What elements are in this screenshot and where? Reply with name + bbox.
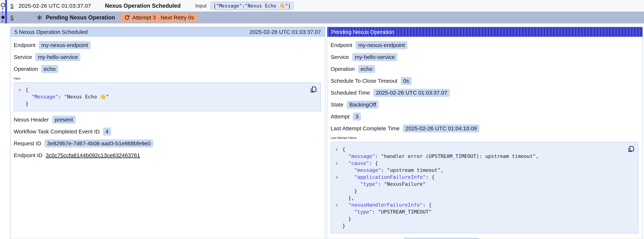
- json-key: "message": [348, 153, 375, 159]
- field-value-badge: echo: [358, 65, 375, 73]
- field-value-badge: 0s: [401, 77, 412, 85]
- event-row-nexus-operation-scheduled[interactable]: 5 2025-02-26 UTC 01:03:37.07 Nexus Opera…: [0, 0, 644, 12]
- json-text: : "UPSTREAM_TIMEOUT": [372, 209, 432, 215]
- code-line: }: [331, 188, 625, 194]
- field-label: Request ID: [14, 140, 41, 146]
- field-label: Service: [14, 54, 32, 60]
- timeline-node-open-icon: [1, 3, 5, 7]
- field-value-badge: 2025-02-26 UTC 01:03:37.07: [373, 89, 450, 97]
- json-key: "cause": [348, 160, 369, 166]
- field-label: Workflow Task Completed Event ID: [14, 128, 100, 135]
- scheduled-panel-header: 5 Nexus Operation Scheduled 2025-02-26 U…: [10, 27, 325, 37]
- code-line: ∨"nexusHandlerFailureInfo": {: [331, 202, 625, 208]
- field-row-schedule-to-close-timeout: Schedule To Close Timeout0s: [330, 77, 638, 85]
- copy-button[interactable]: [309, 85, 318, 94]
- json-text: }: [348, 216, 351, 222]
- code-line-content: }: [342, 188, 357, 194]
- scheduled-panel-title: 5 Nexus Operation Scheduled: [14, 29, 88, 35]
- field-label: Scheduled Time: [330, 90, 370, 96]
- code-line-content: "message": "upstream timeout",: [342, 167, 444, 174]
- event-id-link[interactable]: 5: [10, 3, 14, 9]
- field-row-operation: Operationecho: [330, 65, 638, 73]
- field-value-badge: 3: [353, 112, 361, 120]
- field-value-badge: present: [52, 116, 76, 124]
- field-value-badge: BackingOff: [347, 101, 378, 109]
- collapse-chevron-icon[interactable]: ∨: [331, 146, 342, 153]
- field-value-badge: 3e829b7e-7d67-4b08-aad3-b1e868bfe9e0: [44, 140, 153, 148]
- code-line-content: "cause": {: [342, 160, 378, 167]
- code-gutter: [331, 153, 342, 160]
- collapse-chevron-icon[interactable]: ∨: [331, 174, 342, 180]
- field-row-operation: Operationecho: [14, 65, 321, 73]
- detail-panels: 5 Nexus Operation Scheduled 2025-02-26 U…: [0, 27, 644, 239]
- json-text: : {: [369, 160, 378, 166]
- pending-id-link[interactable]: 5: [10, 14, 14, 21]
- json-text: }: [354, 188, 357, 194]
- pending-panel-header: Pending Nexus Operation: [327, 27, 642, 37]
- scheduled-event-panel: 5 Nexus Operation Scheduled 2025-02-26 U…: [10, 27, 325, 239]
- field-value-badge: 2025-02-26 UTC 01:04:13.93: [403, 238, 480, 239]
- field-label: State: [330, 102, 344, 108]
- field-label: Last Attempt Failure: [330, 136, 638, 140]
- code-line: "type": "UPSTREAM_TIMEOUT": [331, 208, 625, 216]
- pending-operation-panel: Pending Nexus Operation Endpointmy-nexus…: [327, 27, 643, 239]
- json-key: "applicationFailureInfo": [354, 174, 426, 180]
- field-label: Attempt: [330, 114, 350, 120]
- field-row-service: Servicemy-hello-service: [14, 53, 321, 61]
- copy-button[interactable]: [627, 145, 635, 153]
- json-text: }: [342, 223, 345, 228]
- scheduled-panel-timestamp: 2025-02-26 UTC 01:03:37.07: [250, 29, 321, 35]
- collapse-chevron-icon[interactable]: ∨: [331, 202, 342, 208]
- json-text: : "Nexus Echo 👋": [58, 94, 109, 100]
- field-value-link[interactable]: 3c0c75ccfa8144b092c13ce632463761: [46, 152, 140, 158]
- field-label: Operation: [330, 66, 355, 72]
- code-line-content: }: [342, 216, 351, 222]
- retry-attempt-badge: Attempt 3 · Next Retry 0s: [121, 13, 197, 22]
- pending-panel-title: Pending Nexus Operation: [331, 29, 394, 35]
- field-label: Nexus Header: [14, 116, 49, 123]
- field-label: Service: [330, 54, 349, 60]
- json-text: : {: [423, 202, 432, 208]
- code-line-content: "nexusHandlerFailureInfo": {: [342, 202, 432, 208]
- code-line: }: [331, 216, 625, 222]
- code-line-content: "Message": "Nexus Echo 👋": [26, 93, 109, 100]
- field-value-badge: my-hello-service: [352, 53, 397, 61]
- code-block: ∨{"Message": "Nexus Echo 👋"}: [14, 82, 321, 111]
- code-line-content: "type": "UPSTREAM_TIMEOUT": [342, 208, 432, 216]
- code-line: }: [14, 100, 308, 107]
- collapse-chevron-icon[interactable]: ∨: [14, 86, 26, 93]
- field-value-badge: 2025-02-26 UTC 01:04:10.09: [403, 124, 480, 132]
- json-key: "Message": [32, 94, 58, 100]
- code-line-content: "applicationFailureInfo": {: [342, 174, 434, 180]
- code-gutter: [331, 208, 342, 216]
- field-value-badge: my-nexus-endpoint: [356, 41, 407, 49]
- field-row-scheduled-time: Scheduled Time2025-02-26 UTC 01:03:37.07: [330, 89, 638, 97]
- code-line-content: {: [26, 86, 28, 93]
- event-row-pending-nexus-operation[interactable]: 5 Pending Nexus Operation Attempt 3 · Ne…: [0, 12, 644, 24]
- collapse-chevron-icon[interactable]: ∨: [331, 160, 342, 167]
- field-value-badge: my-nexus-endpoint: [39, 41, 90, 49]
- code-line: "message": "handler error (UPSTREAM_TIME…: [331, 153, 625, 160]
- json-text: {: [26, 87, 28, 92]
- timeline-node-current-icon: [0, 15, 5, 20]
- pending-asterisk-icon: [36, 14, 43, 21]
- retry-badge-label: Attempt 3 · Next Retry 0s: [132, 14, 194, 21]
- field-block-input: Input∨{"Message": "Nexus Echo 👋"}: [14, 77, 321, 111]
- field-row-workflow-task-completed-event-id: Workflow Task Completed Event ID4: [14, 128, 321, 136]
- timeline-accent-bar: [5, 0, 7, 24]
- json-text: },: [348, 195, 354, 201]
- field-label: Operation: [14, 66, 38, 72]
- json-text: }: [26, 101, 28, 106]
- field-row-last-attempt-complete-time: Last Attempt Complete Time2025-02-26 UTC…: [330, 124, 638, 132]
- code-gutter: [14, 93, 26, 100]
- field-row-endpoint: Endpointmy-nexus-endpoint: [330, 41, 638, 49]
- pending-event-name: Pending Nexus Operation: [46, 14, 115, 21]
- field-row-state: StateBackingOff: [330, 101, 638, 109]
- json-text: {: [342, 146, 345, 152]
- json-text: : "handler error (UPSTREAM_TIMEOUT): ups…: [375, 153, 539, 159]
- input-preview-badge: {"Message":"Nexus Echo 👋"}: [211, 2, 294, 10]
- code-line: "message": "upstream timeout",: [331, 167, 625, 174]
- code-gutter: [331, 216, 342, 222]
- json-text: : {: [426, 174, 434, 180]
- code-line-content: }: [342, 222, 345, 229]
